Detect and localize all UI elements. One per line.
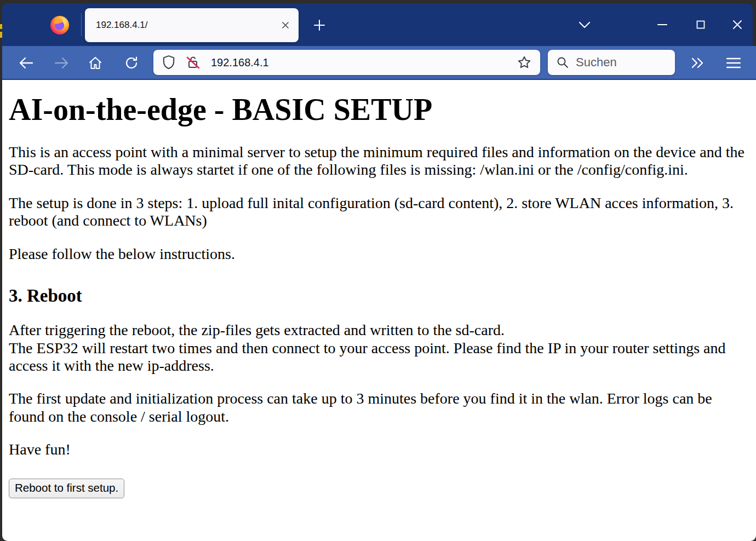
reboot-description: After triggering the reboot, the zip-fil… (9, 321, 747, 375)
intro-paragraph-1: This is an access point with a minimal s… (9, 143, 747, 179)
minimize-icon[interactable] (646, 12, 679, 37)
maximize-icon[interactable] (684, 12, 717, 37)
reboot-description-line1: After triggering the reboot, the zip-fil… (9, 321, 505, 338)
firefox-logo-icon (50, 16, 69, 34)
home-icon[interactable] (85, 53, 106, 73)
intro-paragraph-2: The setup is done in 3 steps: 1. upload … (9, 194, 747, 230)
tab-separator (81, 13, 82, 36)
url-text[interactable]: 192.168.4.1 (211, 56, 517, 69)
forward-icon[interactable] (51, 53, 72, 73)
outro-paragraph: Have fun! (9, 441, 747, 458)
bookmark-star-icon[interactable] (517, 55, 531, 70)
reboot-button[interactable]: Reboot to first setup. (9, 479, 124, 498)
section-heading-reboot: 3. Reboot (9, 286, 747, 306)
tab-close-icon[interactable] (278, 18, 293, 33)
tab-list-chevron-icon[interactable] (574, 16, 595, 34)
overflow-chevrons-icon[interactable] (687, 53, 709, 73)
page-title: AI-on-the-edge - BASIC SETUP (9, 93, 747, 127)
insecure-lock-slash-icon[interactable] (185, 54, 201, 71)
browser-titlebar: 192.168.4.1/ (2, 3, 753, 46)
note-paragraph: The first update and initialization proc… (9, 390, 747, 425)
search-input[interactable] (575, 55, 670, 70)
desktop-background: 192.168.4.1/ (0, 0, 756, 541)
search-icon (556, 56, 569, 69)
reboot-description-line2: The ESP32 will restart two times and the… (9, 339, 725, 374)
window-close-icon[interactable] (721, 12, 754, 37)
browser-toolbar: 192.168.4.1 (2, 46, 756, 80)
intro-paragraph-3: Please follow the below instructions. (9, 245, 747, 263)
back-icon[interactable] (16, 53, 37, 73)
new-tab-icon[interactable] (310, 15, 329, 35)
browser-tab[interactable]: 192.168.4.1/ (85, 8, 299, 42)
tab-title: 192.168.4.1/ (96, 20, 278, 31)
url-bar[interactable]: 192.168.4.1 (153, 50, 540, 75)
search-bar[interactable] (548, 50, 675, 75)
reboot-form: Reboot to first setup. (9, 479, 747, 498)
tracking-shield-icon[interactable] (162, 55, 176, 70)
hamburger-menu-icon[interactable] (722, 53, 745, 73)
web-page-content: AI-on-the-edge - BASIC SETUP This is an … (2, 80, 756, 541)
reload-icon[interactable] (121, 53, 142, 73)
